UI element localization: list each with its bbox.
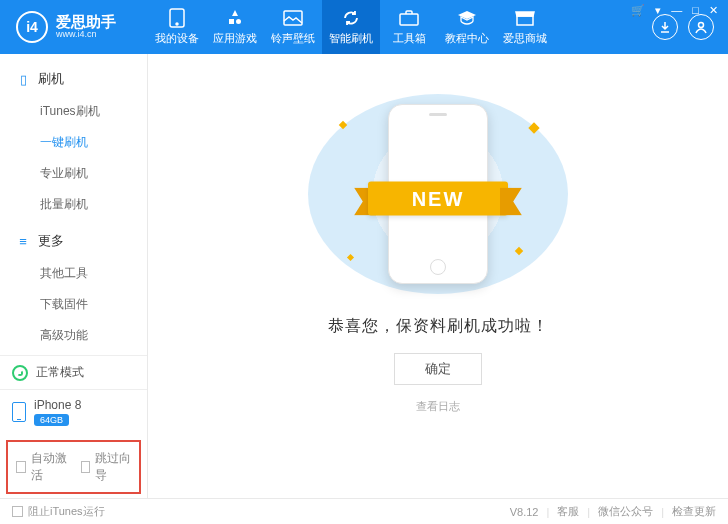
- nav-ringtones[interactable]: 铃声壁纸: [264, 0, 322, 54]
- main-panel: NEW 恭喜您，保资料刷机成功啦！ 确定 查看日志: [148, 54, 728, 498]
- storage-badge: 64GB: [34, 414, 69, 426]
- apps-icon: [225, 8, 245, 28]
- store-icon: [515, 8, 535, 28]
- refresh-icon: [341, 8, 361, 28]
- nav-tutorials[interactable]: 教程中心: [438, 0, 496, 54]
- logo-badge-icon: i4: [16, 11, 48, 43]
- sidebar: ▯ 刷机 iTunes刷机 一键刷机 专业刷机 批量刷机 ≡ 更多 其他工具 下…: [0, 54, 148, 498]
- cart-icon[interactable]: 🛒: [631, 4, 645, 17]
- app-logo: i4 爱思助手 www.i4.cn: [0, 11, 148, 43]
- cb-label: 跳过向导: [95, 450, 131, 484]
- toolbox-icon: [399, 8, 419, 28]
- status-icon: [12, 365, 28, 381]
- nav-label: 铃声壁纸: [271, 31, 315, 46]
- close-button[interactable]: ✕: [709, 4, 718, 17]
- version-label: V8.12: [510, 506, 539, 518]
- device-row[interactable]: iPhone 8 64GB: [0, 389, 147, 434]
- logo-title: 爱思助手: [56, 14, 116, 31]
- status-bar: 阻止iTunes运行 V8.12 | 客服 | 微信公众号 | 检查更新: [0, 498, 728, 524]
- nav-store[interactable]: 爱思商城: [496, 0, 554, 54]
- sidebar-item-advanced[interactable]: 高级功能: [0, 320, 147, 351]
- view-log-link[interactable]: 查看日志: [416, 399, 460, 414]
- checkbox-highlight-box: 自动激活 跳过向导: [6, 440, 141, 494]
- nav-my-device[interactable]: 我的设备: [148, 0, 206, 54]
- check-update-link[interactable]: 检查更新: [672, 504, 716, 519]
- phone-icon: ▯: [16, 72, 30, 87]
- sidebar-item-pro-flash[interactable]: 专业刷机: [0, 158, 147, 189]
- cb-label: 阻止iTunes运行: [28, 504, 105, 519]
- nav-label: 爱思商城: [503, 31, 547, 46]
- svg-point-4: [699, 23, 704, 28]
- success-illustration: NEW: [308, 94, 568, 294]
- user-button[interactable]: [688, 14, 714, 40]
- logo-url: www.i4.cn: [56, 30, 116, 40]
- phone-small-icon: [12, 402, 26, 422]
- nav-apps[interactable]: 应用游戏: [206, 0, 264, 54]
- menu-lines-icon: ≡: [16, 234, 30, 249]
- mode-label: 正常模式: [36, 364, 84, 381]
- sidebar-item-itunes-flash[interactable]: iTunes刷机: [0, 96, 147, 127]
- sidebar-item-download-firmware[interactable]: 下载固件: [0, 289, 147, 320]
- device-name: iPhone 8: [34, 398, 81, 412]
- maximize-button[interactable]: □: [692, 4, 699, 17]
- sidebar-item-batch-flash[interactable]: 批量刷机: [0, 189, 147, 220]
- svg-point-1: [176, 23, 178, 25]
- section-label: 刷机: [38, 70, 64, 88]
- cb-label: 自动激活: [31, 450, 67, 484]
- nav-toolbox[interactable]: 工具箱: [380, 0, 438, 54]
- nav-label: 应用游戏: [213, 31, 257, 46]
- wechat-link[interactable]: 微信公众号: [598, 504, 653, 519]
- skip-guide-checkbox[interactable]: 跳过向导: [81, 450, 132, 484]
- section-label: 更多: [38, 232, 64, 250]
- download-button[interactable]: [652, 14, 678, 40]
- nav-label: 教程中心: [445, 31, 489, 46]
- nav-label: 我的设备: [155, 31, 199, 46]
- nav-label: 工具箱: [393, 31, 426, 46]
- auto-activate-checkbox[interactable]: 自动激活: [16, 450, 67, 484]
- svg-rect-3: [400, 14, 418, 25]
- ok-button[interactable]: 确定: [394, 353, 482, 385]
- sidebar-section-flash[interactable]: ▯ 刷机: [0, 64, 147, 92]
- top-nav: 我的设备 应用游戏 铃声壁纸 智能刷机 工具箱 教程中心 爱思商城: [148, 0, 554, 54]
- nav-label: 智能刷机: [329, 31, 373, 46]
- new-ribbon-icon: NEW: [358, 176, 518, 222]
- mode-row[interactable]: 正常模式: [0, 355, 147, 389]
- block-itunes-checkbox[interactable]: 阻止iTunes运行: [12, 504, 105, 519]
- sidebar-section-more[interactable]: ≡ 更多: [0, 226, 147, 254]
- support-link[interactable]: 客服: [557, 504, 579, 519]
- image-icon: [283, 8, 303, 28]
- device-icon: [167, 8, 187, 28]
- graduation-icon: [457, 8, 477, 28]
- menu-icon[interactable]: ▾: [655, 4, 661, 17]
- sidebar-item-other-tools[interactable]: 其他工具: [0, 258, 147, 289]
- nav-flash[interactable]: 智能刷机: [322, 0, 380, 54]
- minimize-button[interactable]: —: [671, 4, 682, 17]
- sidebar-item-oneclick-flash[interactable]: 一键刷机: [0, 127, 147, 158]
- success-message: 恭喜您，保资料刷机成功啦！: [328, 316, 549, 337]
